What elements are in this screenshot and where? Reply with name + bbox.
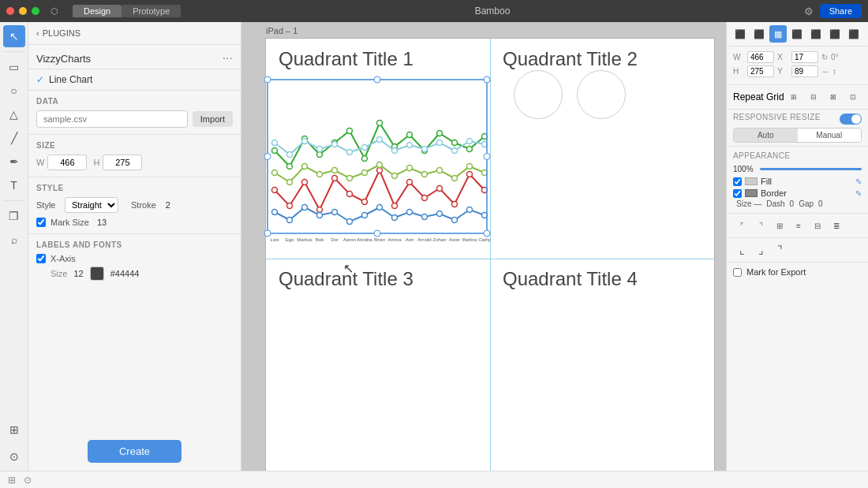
text-tool[interactable]: T — [3, 174, 25, 196]
border-checkbox[interactable] — [733, 189, 742, 198]
corner-round-icon[interactable]: ⌞ — [733, 241, 750, 259]
csv-input[interactable] — [36, 110, 188, 128]
auto-manual-row: Auto Manual — [733, 128, 862, 143]
mark-size-value: 13 — [97, 218, 107, 227]
align-right-icon[interactable]: ⬛ — [788, 25, 806, 43]
zoom-tool[interactable]: ⌕ — [3, 229, 25, 251]
distribute-v-icon[interactable]: ⬛ — [826, 25, 844, 43]
responsive-toggle[interactable] — [840, 114, 862, 125]
align-v-icon[interactable]: ⊟ — [809, 217, 826, 234]
line-tool[interactable]: ╱ — [3, 127, 25, 149]
bottom-icon-2[interactable]: ⊙ — [24, 475, 32, 486]
pen-tool[interactable]: ✒ — [3, 151, 25, 173]
corner-tr-icon[interactable]: ⌝ — [752, 217, 769, 234]
width-input[interactable] — [47, 155, 87, 170]
align-center-v-icon[interactable]: ⬛ — [750, 25, 768, 43]
border-edit-icon[interactable]: ✎ — [855, 189, 862, 198]
corner-tl-icon[interactable]: ⌜ — [733, 217, 750, 234]
flip-v-icon[interactable]: ↕ — [832, 67, 836, 76]
more-options-button[interactable]: ··· — [223, 51, 233, 65]
import-button[interactable]: Import — [193, 111, 233, 127]
distribute-h-icon[interactable]: ⬛ — [807, 25, 825, 43]
mark-size-row: Mark Size 13 — [36, 218, 233, 227]
close-dot[interactable] — [6, 7, 14, 15]
color-swatch[interactable] — [90, 266, 104, 281]
style-type-select[interactable]: Straight Curved — [65, 197, 118, 213]
quadrant-1: Quadrant Title 1 — [266, 39, 490, 80]
mark-size-checkbox[interactable] — [36, 218, 46, 227]
ellipse-tool[interactable]: ○ — [3, 80, 25, 102]
style-section: STYLE Style Straight Curved Stroke 2 Mar… — [28, 177, 241, 234]
share-button[interactable]: Share — [820, 4, 862, 18]
corner-angle-icon[interactable]: ⌟ — [752, 241, 769, 259]
svg-point-33 — [302, 164, 308, 169]
repeat-icon-4[interactable]: ⊡ — [844, 88, 862, 106]
svg-point-32 — [287, 180, 293, 185]
svg-point-31 — [272, 170, 278, 176]
xaxis-checkbox[interactable] — [36, 254, 46, 263]
svg-text:Abraha: Abraha — [357, 237, 372, 242]
height-right-input[interactable] — [747, 65, 774, 77]
create-button[interactable]: Create — [88, 440, 181, 463]
x-right-input[interactable] — [791, 51, 818, 63]
svg-point-78 — [374, 76, 380, 83]
align-h-icon[interactable]: ≡ — [790, 217, 807, 234]
svg-point-72 — [437, 140, 443, 146]
tab-prototype[interactable]: Prototype — [122, 5, 181, 17]
bottom-icon-1[interactable]: ⊞ — [8, 475, 16, 486]
data-input-row: Import — [36, 110, 233, 128]
app-icon: ⬡ — [51, 6, 58, 17]
y-right-input[interactable] — [791, 65, 818, 77]
export-checkbox[interactable] — [733, 268, 742, 277]
tab-design[interactable]: Design — [73, 5, 122, 17]
svg-text:Aaron: Aaron — [343, 237, 356, 242]
border-swatch[interactable] — [745, 189, 758, 197]
corner-all-icon[interactable]: ⊞ — [771, 217, 788, 234]
svg-point-22 — [362, 156, 368, 162]
canvas-area[interactable]: iPad – 1 Quadrant Title 1 Quadrant Title… — [241, 22, 726, 471]
minimize-dot[interactable] — [19, 7, 27, 15]
tools-icon[interactable]: ⚙ — [804, 6, 814, 17]
style-grid: Style Straight Curved Stroke 2 Mark Size… — [36, 197, 233, 227]
opacity-fill — [760, 168, 862, 170]
height-input[interactable] — [103, 155, 142, 170]
bottom-tool-1[interactable]: ⊞ — [3, 419, 25, 441]
bottom-bar: ⊞ ⊙ — [0, 471, 868, 488]
right-panel: ⬛ ⬛ ▦ ⬛ ⬛ ⬛ ⬛ W X ↻ 0° H Y ↔ — [726, 22, 868, 471]
fill-label: Fill — [761, 177, 852, 186]
width-right-input[interactable] — [747, 51, 774, 63]
manual-button[interactable]: Manual — [798, 129, 862, 142]
svg-point-4 — [317, 207, 323, 213]
h-label: H — [733, 67, 744, 76]
opacity-bar[interactable] — [760, 168, 862, 170]
auto-button[interactable]: Auto — [734, 129, 798, 142]
svg-point-79 — [484, 76, 490, 83]
chart-type-row: ✓ Line Chart — [28, 69, 241, 91]
align-bottom-icon[interactable]: ⬛ — [845, 25, 862, 43]
repeat-icon-1[interactable]: ⊞ — [785, 88, 803, 106]
rectangle-tool[interactable]: ▭ — [3, 56, 25, 78]
triangle-tool[interactable]: △ — [3, 103, 25, 125]
fill-edit-icon[interactable]: ✎ — [855, 177, 862, 186]
maximize-dot[interactable] — [32, 7, 39, 15]
quadrant-4-title: Quadrant Title 4 — [490, 259, 714, 300]
size-row: W H — [36, 155, 233, 170]
bottom-tool-2[interactable]: ⊙ — [3, 445, 25, 468]
dimensions-section: W X ↻ 0° H Y ↔ ↕ — [727, 47, 868, 85]
distribute-icon[interactable]: ≣ — [828, 217, 845, 234]
repeat-icon-3[interactable]: ⊠ — [825, 88, 842, 106]
align-left-icon[interactable]: ⬛ — [731, 25, 749, 43]
repeat-icon-2[interactable]: ⊟ — [805, 88, 822, 106]
align-top-icon[interactable]: ▦ — [769, 25, 787, 43]
fill-checkbox[interactable] — [733, 177, 742, 186]
rotate-icon[interactable]: ↻ — [821, 53, 828, 61]
size-section: SIZE W H — [28, 135, 241, 177]
flip-h-icon[interactable]: ↔ — [821, 67, 829, 76]
svg-point-7 — [362, 199, 368, 205]
back-button[interactable]: ‹ PLUGINS — [36, 28, 80, 38]
style-type-label: Style — [36, 200, 58, 210]
select-tool[interactable]: ↖ — [3, 25, 25, 47]
corner-full-icon[interactable]: ⌝ — [771, 241, 788, 259]
fill-swatch[interactable] — [745, 177, 758, 185]
asset-tool[interactable]: ❐ — [3, 205, 25, 227]
